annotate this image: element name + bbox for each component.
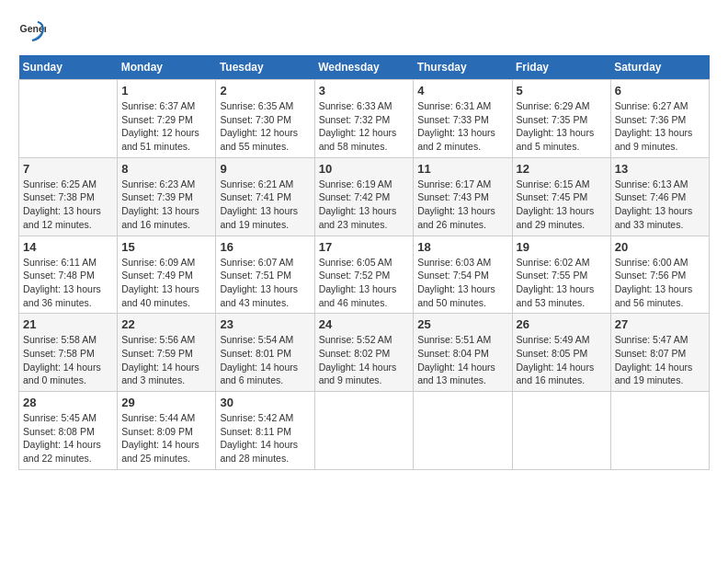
day-number: 25 — [417, 317, 507, 331]
calendar-cell: 10Sunrise: 6:19 AM Sunset: 7:42 PM Dayli… — [314, 157, 414, 236]
day-info: Sunrise: 5:56 AM Sunset: 7:59 PM Dayligh… — [121, 333, 211, 387]
header-tuesday: Tuesday — [216, 55, 314, 80]
day-number: 29 — [121, 396, 211, 409]
calendar-cell: 25Sunrise: 5:51 AM Sunset: 8:04 PM Dayli… — [414, 314, 512, 392]
calendar-cell: 15Sunrise: 6:09 AM Sunset: 7:49 PM Dayli… — [118, 236, 216, 314]
calendar-cell: 29Sunrise: 5:44 AM Sunset: 8:09 PM Dayli… — [118, 392, 216, 470]
calendar-cell: 8Sunrise: 6:23 AM Sunset: 7:39 PM Daylig… — [118, 157, 216, 236]
day-info: Sunrise: 6:31 AM Sunset: 7:33 PM Dayligh… — [417, 99, 507, 154]
week-row-2: 7Sunrise: 6:25 AM Sunset: 7:38 PM Daylig… — [19, 157, 710, 236]
day-number: 30 — [220, 396, 310, 409]
day-number: 11 — [417, 162, 507, 176]
day-number: 1 — [121, 84, 211, 98]
day-number: 9 — [220, 162, 310, 176]
day-number: 4 — [417, 84, 507, 98]
calendar-cell: 3Sunrise: 6:33 AM Sunset: 7:32 PM Daylig… — [314, 80, 414, 158]
day-number: 18 — [417, 240, 507, 254]
calendar-cell: 24Sunrise: 5:52 AM Sunset: 8:02 PM Dayli… — [314, 314, 414, 392]
week-row-5: 28Sunrise: 5:45 AM Sunset: 8:08 PM Dayli… — [19, 392, 710, 470]
day-info: Sunrise: 6:17 AM Sunset: 7:43 PM Dayligh… — [417, 178, 507, 232]
header-friday: Friday — [512, 55, 610, 80]
calendar-cell: 9Sunrise: 6:21 AM Sunset: 7:41 PM Daylig… — [216, 157, 314, 236]
day-info: Sunrise: 6:27 AM Sunset: 7:36 PM Dayligh… — [615, 99, 705, 154]
day-info: Sunrise: 5:42 AM Sunset: 8:11 PM Dayligh… — [220, 411, 310, 465]
calendar-cell: 12Sunrise: 6:15 AM Sunset: 7:45 PM Dayli… — [512, 157, 610, 236]
day-number: 2 — [220, 84, 310, 98]
day-info: Sunrise: 5:47 AM Sunset: 8:07 PM Dayligh… — [615, 333, 705, 387]
day-number: 16 — [220, 240, 310, 254]
day-number: 26 — [517, 317, 607, 331]
day-info: Sunrise: 5:45 AM Sunset: 8:08 PM Dayligh… — [23, 411, 113, 465]
day-info: Sunrise: 6:15 AM Sunset: 7:45 PM Dayligh… — [517, 178, 607, 232]
day-info: Sunrise: 5:44 AM Sunset: 8:09 PM Dayligh… — [121, 411, 211, 465]
calendar-cell — [512, 392, 610, 470]
day-number: 22 — [121, 317, 211, 331]
day-info: Sunrise: 6:21 AM Sunset: 7:41 PM Dayligh… — [220, 178, 310, 232]
calendar-cell: 11Sunrise: 6:17 AM Sunset: 7:43 PM Dayli… — [414, 157, 512, 236]
day-info: Sunrise: 6:25 AM Sunset: 7:38 PM Dayligh… — [23, 178, 113, 232]
calendar-cell: 28Sunrise: 5:45 AM Sunset: 8:08 PM Dayli… — [19, 392, 118, 470]
day-number: 14 — [23, 240, 113, 254]
calendar-cell: 13Sunrise: 6:13 AM Sunset: 7:46 PM Dayli… — [610, 157, 709, 236]
day-number: 23 — [220, 317, 310, 331]
header-thursday: Thursday — [414, 55, 512, 80]
calendar-cell: 19Sunrise: 6:02 AM Sunset: 7:55 PM Dayli… — [512, 236, 610, 314]
day-number: 20 — [615, 240, 705, 254]
day-info: Sunrise: 6:00 AM Sunset: 7:56 PM Dayligh… — [615, 256, 705, 310]
day-info: Sunrise: 6:09 AM Sunset: 7:49 PM Dayligh… — [121, 256, 211, 310]
day-info: Sunrise: 5:51 AM Sunset: 8:04 PM Dayligh… — [417, 333, 507, 387]
header-saturday: Saturday — [610, 55, 709, 80]
day-number: 24 — [319, 317, 410, 331]
calendar-cell: 27Sunrise: 5:47 AM Sunset: 8:07 PM Dayli… — [610, 314, 709, 392]
calendar-cell — [414, 392, 512, 470]
week-row-1: 1Sunrise: 6:37 AM Sunset: 7:29 PM Daylig… — [19, 80, 710, 158]
week-row-4: 21Sunrise: 5:58 AM Sunset: 7:58 PM Dayli… — [19, 314, 710, 392]
calendar-cell: 1Sunrise: 6:37 AM Sunset: 7:29 PM Daylig… — [118, 80, 216, 158]
day-info: Sunrise: 6:29 AM Sunset: 7:35 PM Dayligh… — [517, 99, 607, 154]
day-info: Sunrise: 6:11 AM Sunset: 7:48 PM Dayligh… — [23, 256, 113, 310]
calendar-cell: 16Sunrise: 6:07 AM Sunset: 7:51 PM Dayli… — [216, 236, 314, 314]
day-number: 28 — [23, 396, 113, 409]
calendar-cell: 22Sunrise: 5:56 AM Sunset: 7:59 PM Dayli… — [118, 314, 216, 392]
day-info: Sunrise: 6:03 AM Sunset: 7:54 PM Dayligh… — [417, 256, 507, 310]
day-info: Sunrise: 6:33 AM Sunset: 7:32 PM Dayligh… — [319, 99, 410, 154]
day-info: Sunrise: 5:49 AM Sunset: 8:05 PM Dayligh… — [517, 333, 607, 387]
day-number: 15 — [121, 240, 211, 254]
day-info: Sunrise: 6:19 AM Sunset: 7:42 PM Dayligh… — [319, 178, 410, 232]
calendar-cell: 20Sunrise: 6:00 AM Sunset: 7:56 PM Dayli… — [610, 236, 709, 314]
calendar-cell: 17Sunrise: 6:05 AM Sunset: 7:52 PM Dayli… — [314, 236, 414, 314]
page-header: General — [18, 18, 710, 46]
calendar-cell: 26Sunrise: 5:49 AM Sunset: 8:05 PM Dayli… — [512, 314, 610, 392]
day-number: 13 — [615, 162, 705, 176]
day-info: Sunrise: 6:05 AM Sunset: 7:52 PM Dayligh… — [319, 256, 410, 310]
day-number: 12 — [517, 162, 607, 176]
day-info: Sunrise: 6:37 AM Sunset: 7:29 PM Dayligh… — [121, 99, 211, 154]
calendar-cell: 21Sunrise: 5:58 AM Sunset: 7:58 PM Dayli… — [19, 314, 118, 392]
day-number: 6 — [615, 84, 705, 98]
calendar-cell: 7Sunrise: 6:25 AM Sunset: 7:38 PM Daylig… — [19, 157, 118, 236]
day-number: 21 — [23, 317, 113, 331]
day-number: 17 — [319, 240, 410, 254]
day-info: Sunrise: 5:52 AM Sunset: 8:02 PM Dayligh… — [319, 333, 410, 387]
day-info: Sunrise: 5:58 AM Sunset: 7:58 PM Dayligh… — [23, 333, 113, 387]
logo-icon: General — [18, 18, 46, 46]
day-info: Sunrise: 5:54 AM Sunset: 8:01 PM Dayligh… — [220, 333, 310, 387]
calendar-cell — [610, 392, 709, 470]
calendar-cell: 6Sunrise: 6:27 AM Sunset: 7:36 PM Daylig… — [610, 80, 709, 158]
calendar-cell: 18Sunrise: 6:03 AM Sunset: 7:54 PM Dayli… — [414, 236, 512, 314]
day-number: 10 — [319, 162, 410, 176]
calendar-cell: 14Sunrise: 6:11 AM Sunset: 7:48 PM Dayli… — [19, 236, 118, 314]
day-info: Sunrise: 6:07 AM Sunset: 7:51 PM Dayligh… — [220, 256, 310, 310]
week-row-3: 14Sunrise: 6:11 AM Sunset: 7:48 PM Dayli… — [19, 236, 710, 314]
calendar-cell: 30Sunrise: 5:42 AM Sunset: 8:11 PM Dayli… — [216, 392, 314, 470]
day-number: 19 — [517, 240, 607, 254]
day-number: 27 — [615, 317, 705, 331]
day-info: Sunrise: 6:35 AM Sunset: 7:30 PM Dayligh… — [220, 99, 310, 154]
day-info: Sunrise: 6:13 AM Sunset: 7:46 PM Dayligh… — [615, 178, 705, 232]
logo: General — [18, 18, 50, 46]
day-number: 5 — [517, 84, 607, 98]
calendar-cell: 2Sunrise: 6:35 AM Sunset: 7:30 PM Daylig… — [216, 80, 314, 158]
calendar-table: SundayMondayTuesdayWednesdayThursdayFrid… — [18, 55, 710, 470]
day-number: 7 — [23, 162, 113, 176]
calendar-cell: 4Sunrise: 6:31 AM Sunset: 7:33 PM Daylig… — [414, 80, 512, 158]
